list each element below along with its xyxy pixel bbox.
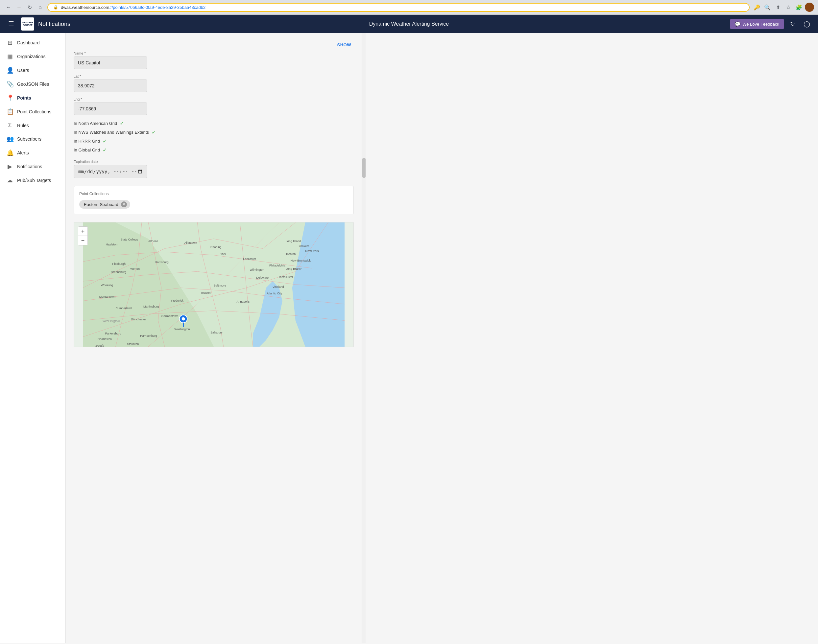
sidebar-label-organizations: Organizations: [17, 54, 45, 59]
zoom-in-button[interactable]: +: [78, 227, 88, 236]
scrollbar-track[interactable]: [362, 33, 366, 643]
sidebar-label-users: Users: [17, 68, 29, 73]
tag-label: Eastern Seaboard: [84, 202, 118, 207]
top-nav: ☰ WEATHERSOURCE Notifications Dynamic We…: [0, 15, 818, 33]
svg-text:Charleston: Charleston: [98, 337, 112, 341]
rules-icon: Σ: [6, 122, 13, 129]
sidebar-label-point-collections: Point Collections: [17, 109, 51, 114]
zoom-out-button[interactable]: −: [78, 236, 88, 245]
address-text: dwas.weathersource.com#/points/570b6a9c-…: [61, 5, 206, 10]
subscribers-icon: 👥: [6, 135, 13, 143]
svg-text:Harrisonburg: Harrisonburg: [140, 334, 157, 337]
name-input[interactable]: [74, 57, 147, 69]
center-title: Dynamic Weather Alerting Service: [369, 21, 449, 27]
forward-button[interactable]: →: [14, 3, 24, 12]
expiration-input[interactable]: [74, 165, 147, 178]
svg-text:State College: State College: [121, 238, 138, 241]
sidebar-item-points[interactable]: 📍 Points: [0, 91, 65, 105]
url-hash: #/points/570b6a9c-0fa9-4ede-8a29-35baa43…: [109, 5, 206, 10]
svg-text:Delaware: Delaware: [256, 276, 269, 279]
check-north-american-icon: ✓: [120, 120, 124, 127]
feedback-button[interactable]: 💬 We Love Feedback: [730, 19, 784, 29]
organizations-icon: ▦: [6, 53, 13, 60]
sidebar-item-subscribers[interactable]: 👥 Subscribers: [0, 132, 65, 146]
sidebar-label-subscribers: Subscribers: [17, 136, 42, 142]
menu-toggle-button[interactable]: ☰: [5, 18, 17, 30]
sidebar-label-rules: Rules: [17, 123, 29, 128]
password-manager-button[interactable]: 🔑: [752, 3, 761, 12]
sidebar-item-users[interactable]: 👤 Users: [0, 63, 65, 77]
sidebar-item-dashboard[interactable]: ⊞ Dashboard: [0, 36, 65, 50]
sidebar-item-alerts[interactable]: 🔔 Alerts: [0, 146, 65, 160]
svg-text:Annapolis: Annapolis: [237, 300, 250, 303]
svg-text:Hazleton: Hazleton: [106, 243, 117, 246]
sidebar-label-geojson: GeoJSON Files: [17, 81, 49, 87]
svg-text:Lancaster: Lancaster: [243, 257, 256, 261]
refresh-button[interactable]: ↻: [786, 18, 798, 30]
lng-input[interactable]: [74, 103, 147, 115]
point-collections-section: Point Collections Eastern Seaboard ✕: [74, 186, 354, 214]
check-global-icon: ✓: [103, 147, 107, 153]
grid-item-global: In Global Grid ✓: [74, 147, 354, 153]
svg-text:West Virginia: West Virginia: [103, 319, 120, 323]
grid-item-nws: In NWS Watches and Warnings Extents ✓: [74, 129, 354, 135]
svg-text:Reading: Reading: [211, 245, 221, 249]
sidebar-item-notifications[interactable]: ▶ Notifications: [0, 160, 65, 173]
svg-text:Harrisburg: Harrisburg: [155, 261, 169, 264]
svg-text:Yonkers: Yonkers: [299, 244, 309, 248]
svg-text:Cumberland: Cumberland: [116, 307, 132, 310]
bookmark-button[interactable]: ☆: [784, 3, 793, 12]
check-hrrr-icon: ✓: [103, 138, 107, 144]
share-button[interactable]: ⬆: [773, 3, 783, 12]
tag-eastern-seaboard: Eastern Seaboard ✕: [79, 200, 130, 209]
svg-text:New Brunswick: New Brunswick: [291, 259, 311, 262]
search-button[interactable]: 🔍: [763, 3, 772, 12]
back-button[interactable]: ←: [4, 3, 13, 12]
svg-text:Baltimore: Baltimore: [214, 284, 226, 287]
extensions-button[interactable]: 🧩: [794, 3, 804, 12]
svg-text:Martinsburg: Martinsburg: [143, 305, 159, 308]
svg-text:Staunton: Staunton: [127, 342, 139, 346]
lat-input[interactable]: [74, 80, 147, 92]
svg-text:Virginia: Virginia: [94, 344, 104, 347]
svg-text:Vineland: Vineland: [272, 285, 284, 288]
sidebar-item-point-collections[interactable]: 📋 Point Collections: [0, 105, 65, 119]
lng-field-group: Lng *: [74, 97, 354, 115]
svg-text:Parkersburg: Parkersburg: [105, 332, 121, 335]
url-prefix: dwas.weathersource.com: [61, 5, 109, 10]
expiration-field-group: Expiration date: [74, 160, 354, 178]
name-field-group: Name *: [74, 51, 354, 69]
sidebar-label-alerts: Alerts: [17, 150, 29, 155]
feedback-label: We Love Feedback: [743, 22, 779, 27]
grid-label-hrrr: In HRRR Grid: [74, 139, 100, 144]
svg-text:Philadelphia: Philadelphia: [269, 264, 285, 267]
svg-text:Pittsburgh: Pittsburgh: [112, 262, 126, 265]
show-button[interactable]: SHOW: [335, 41, 354, 49]
lng-label: Lng *: [74, 97, 354, 101]
svg-text:Werton: Werton: [130, 267, 140, 270]
grid-item-hrrr: In HRRR Grid ✓: [74, 138, 354, 144]
svg-text:Toms River: Toms River: [278, 275, 293, 279]
address-bar[interactable]: 🔒 dwas.weathersource.com#/points/570b6a9…: [47, 3, 750, 12]
sidebar: ⊞ Dashboard ▦ Organizations 👤 Users 📎 Ge…: [0, 33, 66, 643]
svg-text:York: York: [220, 252, 226, 256]
reload-button[interactable]: ↻: [25, 3, 34, 12]
account-button[interactable]: ◯: [801, 18, 813, 30]
content-area: SHOW Name * Lat * Lng *: [66, 33, 818, 643]
alerts-icon: 🔔: [6, 149, 13, 156]
tag-remove-button[interactable]: ✕: [121, 201, 127, 207]
sidebar-item-rules[interactable]: Σ Rules: [0, 119, 65, 132]
svg-text:Wilmington: Wilmington: [249, 268, 264, 271]
scrollbar-thumb[interactable]: [362, 158, 366, 178]
sidebar-item-organizations[interactable]: ▦ Organizations: [0, 50, 65, 63]
profile-avatar[interactable]: [805, 3, 814, 12]
sidebar-item-pubsub[interactable]: ☁ Pub/Sub Targets: [0, 173, 65, 187]
home-button[interactable]: ⌂: [35, 3, 45, 12]
svg-text:Frederick: Frederick: [171, 299, 184, 302]
expiration-label: Expiration date: [74, 160, 354, 164]
sidebar-item-geojson[interactable]: 📎 GeoJSON Files: [0, 77, 65, 91]
svg-text:Long Branch: Long Branch: [286, 267, 303, 270]
grid-label-global: In Global Grid: [74, 147, 100, 152]
users-icon: 👤: [6, 67, 13, 74]
name-label: Name *: [74, 51, 354, 55]
